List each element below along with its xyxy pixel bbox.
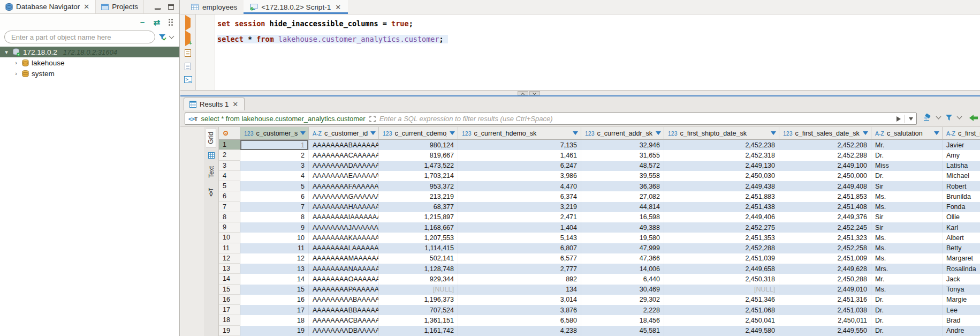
table-cell[interactable]: 47,999 bbox=[581, 243, 664, 253]
table-cell[interactable]: 2,451,009 bbox=[779, 253, 871, 264]
table-cell[interactable]: 1,461 bbox=[458, 150, 581, 160]
table-cell[interactable]: 15 bbox=[240, 285, 309, 295]
table-cell[interactable]: 14 bbox=[240, 274, 309, 284]
column-dropdown-icon[interactable] bbox=[771, 131, 776, 135]
table-cell[interactable]: 1,207,553 bbox=[379, 233, 458, 243]
explain-plan-icon[interactable] bbox=[185, 63, 191, 70]
table-cell[interactable]: Mrs. bbox=[871, 264, 943, 274]
table-cell[interactable]: AAAAAAAAHAAAAAAA bbox=[309, 202, 379, 212]
column-header-c_customer_id[interactable]: A-Zc_customer_id bbox=[309, 127, 379, 140]
table-cell[interactable]: Ms. bbox=[871, 243, 943, 253]
row-number[interactable]: 15 bbox=[219, 285, 240, 295]
table-cell[interactable]: AAAAAAAAFAAAAAAA bbox=[309, 181, 379, 191]
table-cell[interactable]: 2,449,100 bbox=[779, 161, 871, 171]
table-cell[interactable]: 1,196,373 bbox=[379, 295, 458, 305]
table-cell[interactable]: 2,450,318 bbox=[664, 274, 779, 284]
table-cell[interactable]: 1,128,748 bbox=[379, 264, 458, 274]
table-cell[interactable]: Karl bbox=[943, 222, 980, 233]
table-cell[interactable]: 32,946 bbox=[581, 140, 664, 150]
grid-corner-cell[interactable] bbox=[219, 127, 240, 140]
table-cell[interactable]: AAAAAAAALAAAAAAA bbox=[309, 243, 379, 253]
table-cell[interactable]: Javier bbox=[943, 140, 980, 150]
table-cell[interactable]: 2,449,010 bbox=[779, 285, 871, 295]
sql-line[interactable]: select * from lakehouse.customer_analyti… bbox=[217, 32, 980, 47]
table-cell[interactable]: 3,219 bbox=[458, 202, 581, 212]
table-cell[interactable]: 2,450,041 bbox=[664, 315, 779, 325]
table-cell[interactable]: 2,228 bbox=[581, 305, 664, 315]
table-cell[interactable]: AAAAAAAAJAAAAAAA bbox=[309, 222, 379, 233]
table-cell[interactable]: 6,580 bbox=[458, 315, 581, 325]
erase-filter-icon[interactable] bbox=[923, 114, 932, 121]
sql-view-icon[interactable]: <>T bbox=[207, 185, 215, 200]
table-cell[interactable]: 2,451,853 bbox=[779, 191, 871, 201]
table-cell[interactable]: Dr. bbox=[871, 171, 943, 181]
table-cell[interactable]: 2,449,406 bbox=[664, 212, 779, 222]
sql-line[interactable]: set session hide_inaccessible_columns = … bbox=[217, 16, 980, 32]
table-cell[interactable]: Ms. bbox=[871, 253, 943, 264]
table-cell[interactable]: Andre bbox=[943, 326, 980, 336]
table-cell[interactable]: 44,814 bbox=[581, 202, 664, 212]
table-cell[interactable]: 213,219 bbox=[379, 191, 458, 201]
maximize-icon[interactable] bbox=[168, 4, 174, 10]
table-cell[interactable]: 29,302 bbox=[581, 295, 664, 305]
table-cell[interactable]: 2,450,000 bbox=[779, 171, 871, 181]
table-cell[interactable]: 6 bbox=[240, 191, 309, 201]
row-number[interactable]: 10 bbox=[219, 233, 240, 243]
column-dropdown-icon[interactable] bbox=[300, 131, 306, 135]
table-cell[interactable]: Dr. bbox=[871, 315, 943, 325]
row-number[interactable]: 8 bbox=[219, 212, 240, 222]
table-cell[interactable]: Robert bbox=[943, 181, 980, 191]
table-cell[interactable]: Fonda bbox=[943, 202, 980, 212]
table-cell[interactable]: Ms. bbox=[871, 285, 943, 295]
table-cell[interactable]: AAAAAAAANAAAAAAA bbox=[309, 264, 379, 274]
table-cell[interactable]: AAAAAAAAEAAAAAAA bbox=[309, 171, 379, 181]
tab-text[interactable]: Text bbox=[207, 163, 216, 181]
table-cell[interactable]: AAAAAAAADBAAAAAA bbox=[309, 326, 379, 336]
table-cell[interactable]: AAAAAAAAGAAAAAAA bbox=[309, 191, 379, 201]
expand-filter-icon[interactable] bbox=[369, 116, 376, 122]
editor-results-splitter[interactable] bbox=[180, 90, 980, 95]
table-cell[interactable]: 1,473,522 bbox=[379, 161, 458, 171]
row-number[interactable]: 14 bbox=[219, 274, 240, 284]
table-cell[interactable]: Ollie bbox=[943, 212, 980, 222]
table-cell[interactable]: 2,451,883 bbox=[664, 191, 779, 201]
table-cell[interactable]: 17 bbox=[240, 305, 309, 315]
table-cell[interactable]: 2,450,288 bbox=[779, 274, 871, 284]
chevron-down-icon[interactable]: ▾ bbox=[3, 49, 10, 56]
table-cell[interactable]: Sir bbox=[871, 222, 943, 233]
table-cell[interactable]: Brad bbox=[943, 315, 980, 325]
table-cell[interactable]: 929,344 bbox=[379, 274, 458, 284]
table-cell[interactable]: 6,374 bbox=[458, 191, 581, 201]
close-icon[interactable]: ✕ bbox=[232, 101, 239, 108]
table-cell[interactable]: 3,876 bbox=[458, 305, 581, 315]
table-cell[interactable]: Dr. bbox=[871, 326, 943, 336]
table-cell[interactable]: Mr. bbox=[871, 274, 943, 284]
table-cell[interactable]: 1,703,214 bbox=[379, 171, 458, 181]
column-header-c_current_hdemo_sk[interactable]: 123c_current_hdemo_sk bbox=[458, 127, 581, 140]
table-cell[interactable]: 2 bbox=[240, 150, 309, 160]
table-cell[interactable]: 2,452,245 bbox=[779, 222, 871, 233]
table-cell[interactable]: Tonya bbox=[943, 285, 980, 295]
table-cell[interactable]: 2,452,288 bbox=[664, 243, 779, 253]
table-cell[interactable]: 2,451,346 bbox=[664, 295, 779, 305]
table-cell[interactable]: 5 bbox=[240, 181, 309, 191]
table-cell[interactable]: 980,124 bbox=[379, 140, 458, 150]
table-cell[interactable]: Dr. bbox=[871, 295, 943, 305]
table-cell[interactable]: Dr. bbox=[871, 150, 943, 160]
execute-script-icon[interactable] bbox=[185, 49, 191, 57]
sql-code-area[interactable]: set session hide_inaccessible_columns = … bbox=[215, 14, 980, 90]
table-cell[interactable]: 8 bbox=[240, 212, 309, 222]
navigate-back-icon[interactable] bbox=[969, 114, 978, 122]
collapse-up-icon[interactable] bbox=[518, 91, 528, 95]
table-cell[interactable]: 2,449,130 bbox=[664, 161, 779, 171]
editor-tab-employees[interactable]: employees bbox=[185, 0, 244, 14]
column-dropdown-icon[interactable] bbox=[863, 131, 868, 135]
chevron-down-icon[interactable] bbox=[957, 114, 962, 120]
chevron-down-icon[interactable] bbox=[169, 34, 174, 39]
table-cell[interactable]: 31,655 bbox=[581, 150, 664, 160]
table-cell[interactable]: Ms. bbox=[871, 191, 943, 201]
table-cell[interactable]: AAAAAAAAABAAAAAA bbox=[309, 295, 379, 305]
table-cell[interactable]: 11 bbox=[240, 243, 309, 253]
row-number[interactable]: 3 bbox=[219, 161, 240, 171]
minimize-icon[interactable] bbox=[155, 8, 161, 10]
